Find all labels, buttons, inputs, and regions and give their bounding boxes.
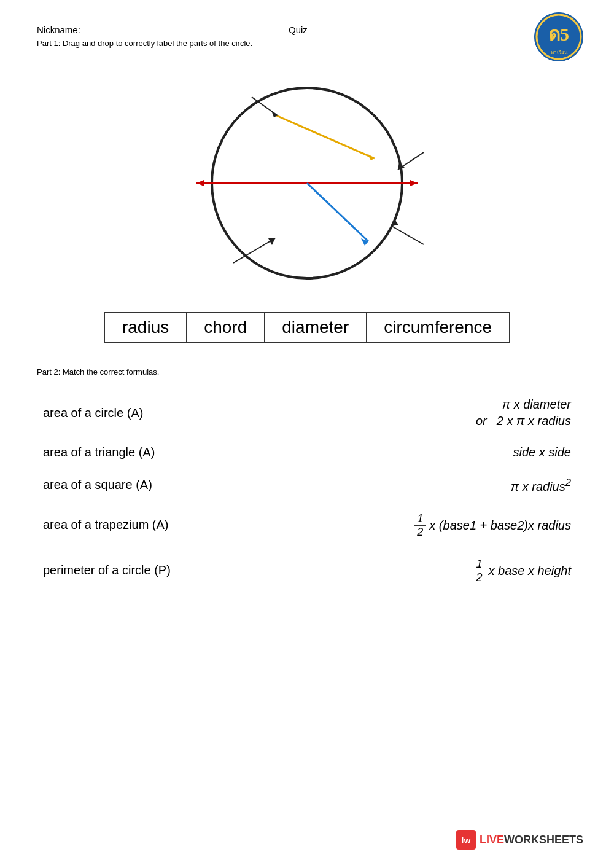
match-right-trapezium: 1 2 x (base1 + base2)x radius (307, 502, 577, 548)
match-right-perimeter: 1 2 x base x height (307, 548, 577, 593)
svg-text:ด5: ด5 (548, 24, 569, 44)
svg-line-12 (307, 183, 368, 241)
svg-marker-7 (410, 180, 418, 186)
or-label: or (476, 414, 487, 428)
svg-text:หาเรียน: หาเรียน (551, 50, 568, 55)
word-bank: radius chord diameter circumference (37, 312, 577, 343)
match-row-circle: area of a circle (A) π x diameter or 2 x… (37, 389, 577, 437)
match-right-circle: π x diameter or 2 x π x radius (307, 389, 577, 437)
svg-line-18 (392, 226, 424, 244)
liveworksheets-label: LIVEWORKSHEETS (480, 834, 583, 846)
part2-instruction: Part 2: Match the correct formulas. (37, 367, 577, 377)
header: Nickname: Quiz (37, 25, 577, 35)
match-left-trapezium: area of a trapezium (A) (37, 502, 307, 548)
match-row-square: area of a square (A) π x radius2 (37, 468, 577, 502)
formula-perimeter-text: x base x height (488, 564, 571, 578)
match-row-trapezium: area of a trapezium (A) 1 2 x (base1 + b… (37, 502, 577, 548)
match-row-perimeter: perimeter of a circle (P) 1 2 x base x h… (37, 548, 577, 593)
circle-diagram (37, 60, 577, 294)
formula-trapezium-text: x (base1 + base2)x radius (429, 518, 571, 533)
match-table: area of a circle (A) π x diameter or 2 x… (37, 389, 577, 593)
fraction-half-trap: 1 2 (414, 512, 426, 539)
match-right-triangle: side x side (307, 437, 577, 468)
quiz-label: Quiz (289, 25, 308, 35)
svg-text:lw: lw (462, 835, 471, 845)
svg-marker-6 (196, 180, 204, 186)
fraction-half-peri: 1 2 (473, 558, 484, 585)
svg-marker-9 (367, 154, 375, 160)
word-bank-table: radius chord diameter circumference (104, 312, 510, 343)
liveworksheets-icon: lw (456, 830, 476, 850)
match-left-square: area of a square (A) (37, 468, 307, 502)
footer-logo: lw LIVEWORKSHEETS (456, 830, 583, 850)
word-diameter[interactable]: diameter (265, 313, 367, 343)
svg-line-8 (276, 115, 375, 158)
circle-svg (160, 60, 454, 294)
match-left-perimeter: perimeter of a circle (P) (37, 548, 307, 593)
word-circumference[interactable]: circumference (367, 313, 510, 343)
formula-circle-alt: 2 x π x radius (497, 414, 571, 428)
match-row-triangle: area of a triangle (A) side x side (37, 437, 577, 468)
match-left-triangle: area of a triangle (A) (37, 437, 307, 468)
match-left-circle: area of a circle (A) (37, 389, 307, 437)
logo: ด5 หาเรียน (534, 12, 583, 61)
match-right-square: π x radius2 (307, 468, 577, 502)
part1-instruction: Part 1: Drag and drop to correctly label… (37, 39, 577, 48)
nickname-label: Nickname: (37, 25, 80, 35)
word-radius[interactable]: radius (104, 313, 186, 343)
word-chord[interactable]: chord (187, 313, 265, 343)
